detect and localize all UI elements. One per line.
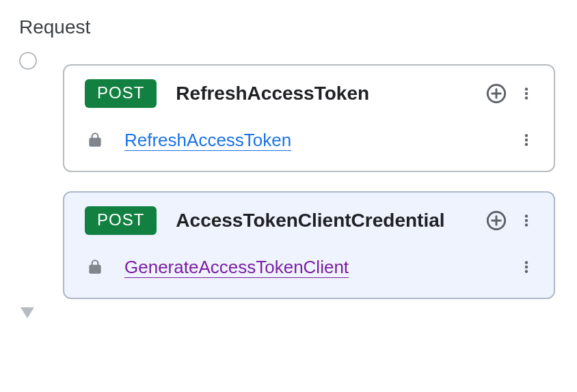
lock-icon bbox=[85, 129, 105, 151]
flow-start-node bbox=[19, 52, 37, 70]
plus-circle-icon bbox=[485, 83, 507, 104]
flow-step-header: POST AccessTokenClientCredential bbox=[85, 205, 539, 236]
request-flow-container: POST RefreshAccessToken bbox=[16, 52, 561, 318]
add-button[interactable] bbox=[484, 81, 509, 106]
section-title: Request bbox=[19, 16, 561, 38]
flow-step-card[interactable]: POST AccessTokenClientCredential bbox=[63, 191, 555, 299]
flow-step-title: AccessTokenClientCredential bbox=[176, 210, 484, 232]
add-button[interactable] bbox=[484, 208, 509, 233]
plus-circle-icon bbox=[485, 210, 507, 232]
flow-step-title: RefreshAccessToken bbox=[176, 83, 484, 104]
flow-step-policy-row: RefreshAccessToken bbox=[85, 124, 539, 156]
flow-steps-list: POST RefreshAccessToken bbox=[44, 52, 561, 318]
svg-point-8 bbox=[525, 143, 528, 145]
policy-more-options-button[interactable] bbox=[514, 128, 539, 152]
lock-icon bbox=[85, 256, 105, 278]
flow-step-header: POST RefreshAccessToken bbox=[85, 78, 539, 109]
policy-link[interactable]: RefreshAccessToken bbox=[124, 130, 514, 151]
svg-point-5 bbox=[525, 96, 528, 99]
policy-link[interactable]: GenerateAccessTokenClient bbox=[124, 257, 514, 278]
flow-connector-line bbox=[26, 68, 29, 307]
svg-point-12 bbox=[525, 214, 528, 217]
more-vert-icon bbox=[518, 210, 535, 232]
http-method-badge: POST bbox=[85, 206, 157, 235]
svg-point-16 bbox=[525, 266, 528, 268]
svg-point-3 bbox=[525, 87, 528, 90]
svg-point-6 bbox=[525, 134, 528, 137]
more-vert-icon bbox=[518, 83, 535, 104]
policy-more-options-button[interactable] bbox=[514, 255, 539, 279]
flow-step-card[interactable]: POST RefreshAccessToken bbox=[63, 64, 555, 172]
svg-point-15 bbox=[525, 261, 528, 264]
more-vert-icon bbox=[518, 256, 535, 278]
more-options-button[interactable] bbox=[514, 81, 539, 106]
more-vert-icon bbox=[518, 129, 535, 151]
svg-point-17 bbox=[525, 270, 528, 272]
svg-point-14 bbox=[525, 223, 528, 226]
flow-timeline bbox=[16, 52, 44, 318]
svg-point-4 bbox=[525, 92, 528, 95]
http-method-badge: POST bbox=[85, 79, 157, 108]
svg-point-7 bbox=[525, 139, 528, 141]
flow-end-arrow bbox=[21, 307, 34, 318]
svg-point-13 bbox=[525, 219, 528, 222]
flow-step-policy-row: GenerateAccessTokenClient bbox=[85, 251, 539, 283]
more-options-button[interactable] bbox=[514, 208, 539, 233]
